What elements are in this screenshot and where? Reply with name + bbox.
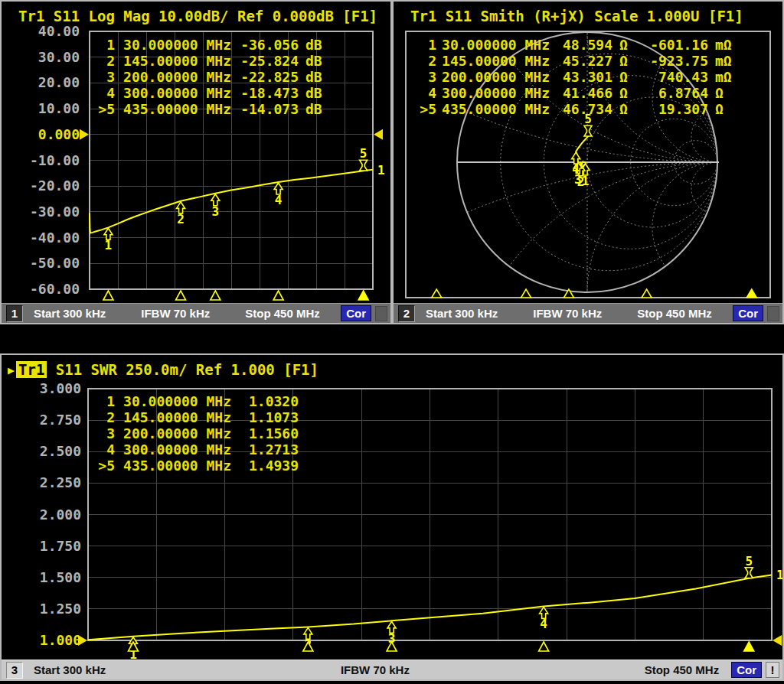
marker-row: 130.000000 MHz48.594Ω-601.16mΩ bbox=[412, 37, 746, 53]
correction-badge: Cor bbox=[341, 305, 371, 321]
error-indicator: ! bbox=[766, 662, 779, 678]
svg-text:20.00: 20.00 bbox=[38, 74, 80, 90]
correction-badge: Cor bbox=[731, 662, 762, 678]
marker-row: 130.000000 MHz1.0320 bbox=[90, 393, 299, 409]
stop-frequency: Stop 450 MHz bbox=[245, 307, 320, 320]
svg-text:1.000: 1.000 bbox=[40, 632, 81, 648]
svg-text:-50.00: -50.00 bbox=[30, 255, 80, 271]
marker-row: >5435.00000 MHz-14.073dB bbox=[90, 101, 336, 117]
correction-badge: Cor bbox=[733, 305, 763, 321]
indicator-box bbox=[375, 306, 387, 321]
ref-level-arrow-icon bbox=[374, 129, 383, 140]
ifbw-value: IFBW 70 kHz bbox=[533, 307, 602, 320]
channel-status-bar-2: 2 Start 300 kHz IFBW 70 kHz Stop 450 MHz… bbox=[394, 303, 782, 323]
active-trace-arrow-icon: ▶ bbox=[8, 363, 15, 377]
trace-title-text: S11 Log Mag 10.00dB/ Ref 0.000dB [F1] bbox=[44, 8, 377, 24]
start-frequency: Start 300 kHz bbox=[34, 663, 106, 676]
ref-level-arrow-icon bbox=[773, 635, 782, 646]
marker-row: >5435.00000 MHz1.4939 bbox=[90, 458, 299, 474]
marker-table-smith: 130.000000 MHz48.594Ω-601.16mΩ2145.00000… bbox=[412, 37, 746, 117]
marker-row: >5435.00000 MHz46.734Ω19.307Ω bbox=[412, 101, 746, 117]
panel-logmag: 40.0030.0020.0010.000.000-10.00-20.00-30… bbox=[0, 0, 392, 324]
marker-table-swr: 130.000000 MHz1.03202145.00000 MHz1.1073… bbox=[90, 393, 299, 474]
start-frequency: Start 300 kHz bbox=[34, 307, 106, 320]
ifbw-value: IFBW 70 kHz bbox=[141, 307, 210, 320]
trace-title-logmag[interactable]: Tr1 S11 Log Mag 10.00dB/ Ref 0.000dB [F1… bbox=[18, 8, 377, 24]
marker-row: 3200.00000 MHz1.1560 bbox=[90, 425, 299, 441]
svg-text:0.000: 0.000 bbox=[38, 126, 80, 142]
channel-number-box[interactable]: 2 bbox=[398, 305, 415, 322]
trace-label: Tr1 bbox=[410, 8, 436, 24]
marker-axis-icon bbox=[521, 289, 531, 298]
active-marker-axis-icon bbox=[744, 642, 754, 651]
marker-axis-icon bbox=[176, 291, 186, 300]
active-marker-icon bbox=[360, 160, 368, 171]
svg-text:5: 5 bbox=[745, 554, 753, 568]
trace-title-text: S11 Smith (R+jX) Scale 1.000U [F1] bbox=[436, 8, 743, 24]
marker-axis-icon bbox=[642, 289, 652, 298]
trace-label: Tr1 bbox=[16, 361, 47, 378]
svg-text:2.750: 2.750 bbox=[40, 412, 81, 428]
svg-text:-10.00: -10.00 bbox=[30, 152, 80, 168]
channel-number-box[interactable]: 3 bbox=[6, 662, 23, 679]
channel-status-bar-1: 1 Start 300 kHz IFBW 70 kHz Stop 450 MHz… bbox=[2, 303, 390, 323]
svg-text:40.00: 40.00 bbox=[38, 23, 80, 39]
marker-row: 2145.00000 MHz-25.824dB bbox=[90, 53, 336, 69]
marker-row: 4300.00000 MHz-18.473dB bbox=[90, 85, 336, 101]
marker-table-logmag: 130.000000 MHz-36.056dB2145.00000 MHz-25… bbox=[90, 37, 336, 117]
marker-axis-icon bbox=[273, 291, 283, 300]
active-marker-axis-icon bbox=[746, 289, 756, 298]
ref-level-arrow-icon bbox=[78, 635, 87, 646]
active-marker-axis-icon bbox=[358, 291, 368, 300]
trace-title-text: S11 SWR 250.0m/ Ref 1.000 [F1] bbox=[47, 361, 318, 378]
svg-text:1.500: 1.500 bbox=[40, 569, 81, 585]
svg-text:-40.00: -40.00 bbox=[30, 230, 80, 246]
svg-text:10.00: 10.00 bbox=[38, 100, 80, 116]
ref-level-arrow-icon bbox=[80, 129, 89, 140]
marker-row: 2145.00000 MHz45.227Ω-923.75mΩ bbox=[412, 53, 746, 69]
marker-row: 3200.00000 MHz43.301Ω740.43mΩ bbox=[412, 69, 746, 85]
svg-text:3: 3 bbox=[211, 204, 219, 219]
marker-row: 3200.00000 MHz-22.825dB bbox=[90, 69, 336, 85]
marker-row: 2145.00000 MHz1.1073 bbox=[90, 409, 299, 425]
active-marker-icon bbox=[745, 568, 753, 578]
svg-text:1.250: 1.250 bbox=[40, 601, 81, 617]
svg-text:2: 2 bbox=[177, 212, 185, 226]
channel-status-bar-3: 3 Start 300 kHz IFBW 70 kHz Stop 450 MHz… bbox=[2, 660, 782, 679]
svg-text:1: 1 bbox=[776, 568, 782, 582]
marker-row: 4300.00000 MHz1.2713 bbox=[90, 441, 299, 458]
svg-text:-60.00: -60.00 bbox=[30, 281, 80, 297]
marker-axis-icon bbox=[211, 291, 220, 300]
svg-text:1: 1 bbox=[105, 238, 113, 252]
svg-text:30.00: 30.00 bbox=[38, 49, 80, 65]
marker-axis-icon bbox=[432, 289, 442, 298]
svg-text:5: 5 bbox=[360, 146, 368, 161]
stop-frequency: Stop 450 MHz bbox=[637, 307, 712, 320]
marker-axis-icon bbox=[539, 642, 549, 651]
svg-text:-20.00: -20.00 bbox=[30, 178, 80, 194]
svg-text:2.250: 2.250 bbox=[40, 474, 81, 490]
svg-text:4: 4 bbox=[540, 617, 547, 631]
svg-text:1.750: 1.750 bbox=[40, 538, 81, 554]
trace-title-swr[interactable]: ▶Tr1 S11 SWR 250.0m/ Ref 1.000 [F1] bbox=[8, 361, 318, 378]
active-marker-icon bbox=[584, 125, 592, 136]
svg-text:2.000: 2.000 bbox=[40, 506, 81, 523]
panel-swr: 3.0002.7502.5002.2502.0001.7501.5001.250… bbox=[0, 353, 784, 681]
marker-row: 130.000000 MHz-36.056dB bbox=[90, 37, 336, 53]
start-frequency: Start 300 kHz bbox=[426, 307, 498, 320]
svg-text:4: 4 bbox=[572, 162, 580, 177]
svg-text:1: 1 bbox=[377, 163, 385, 178]
marker-axis-icon bbox=[103, 291, 113, 300]
svg-text:3.000: 3.000 bbox=[40, 380, 81, 396]
stop-frequency: Stop 450 MHz bbox=[645, 663, 720, 676]
channel-number-box[interactable]: 1 bbox=[6, 305, 23, 322]
trace-title-smith[interactable]: Tr1 S11 Smith (R+jX) Scale 1.000U [F1] bbox=[410, 8, 743, 24]
svg-text:-30.00: -30.00 bbox=[30, 204, 80, 220]
indicator-box bbox=[767, 306, 779, 321]
panel-smith: 12345 Tr1 S11 Smith (R+jX) Scale 1.000U … bbox=[392, 0, 784, 324]
svg-text:2.500: 2.500 bbox=[40, 443, 81, 459]
trace-label: Tr1 bbox=[18, 8, 44, 24]
svg-text:4: 4 bbox=[275, 193, 283, 207]
marker-row: 4300.00000 MHz41.466Ω6.8764Ω bbox=[412, 85, 746, 101]
ifbw-value: IFBW 70 kHz bbox=[341, 663, 410, 676]
